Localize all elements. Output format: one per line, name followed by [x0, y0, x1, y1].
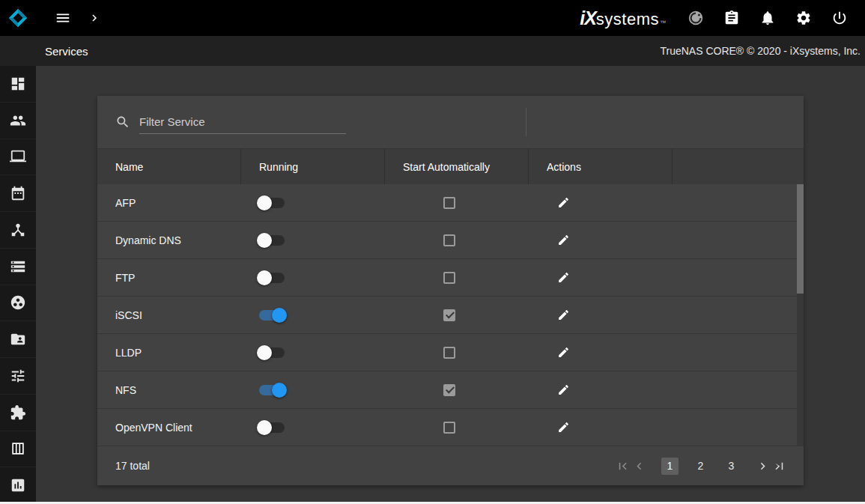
sidebar: [0, 66, 36, 504]
sidebar-item-network[interactable]: [0, 212, 36, 249]
column-header-filler: [673, 149, 804, 184]
notifications-icon[interactable]: [750, 0, 786, 36]
power-icon[interactable]: [822, 0, 858, 36]
page-number[interactable]: 1: [661, 458, 679, 475]
row-filler-cell: [673, 334, 804, 371]
edit-icon[interactable]: [557, 421, 570, 434]
previous-page-icon[interactable]: [631, 458, 647, 474]
truenas-logo-icon: [7, 7, 29, 29]
network-icon: [10, 222, 26, 238]
actions-cell: [529, 409, 673, 446]
system-icon: [10, 148, 26, 165]
settings-icon[interactable]: [786, 0, 822, 36]
start-auto-checkbox[interactable]: [443, 309, 455, 321]
edit-icon[interactable]: [557, 196, 570, 209]
first-page-icon[interactable]: [614, 458, 631, 474]
truenas-logo[interactable]: [0, 0, 36, 36]
truecommand-icon[interactable]: [678, 0, 714, 36]
storage-icon: [10, 258, 26, 275]
table-row: Dynamic DNS: [97, 222, 804, 259]
sidebar-item-sharing[interactable]: [0, 321, 36, 358]
sidebar-item-jails[interactable]: [0, 431, 36, 468]
table-scrollbar[interactable]: [797, 184, 804, 446]
sidebar-item-dashboard[interactable]: [0, 66, 36, 103]
running-cell: [241, 184, 385, 221]
row-filler-cell: [673, 297, 804, 333]
service-name: OpenVPN Client: [97, 409, 241, 446]
tasks-icon: [10, 185, 26, 201]
edit-icon[interactable]: [557, 383, 570, 396]
filter-service-input[interactable]: [139, 111, 346, 134]
copyright-text: TrueNAS CORE® © 2020 - iXsystems, Inc.: [660, 45, 861, 57]
service-name: LLDP: [97, 334, 241, 371]
edit-icon[interactable]: [557, 309, 570, 321]
ixsystems-logo: iXsystems™: [580, 7, 666, 29]
page-numbers: 123: [655, 458, 747, 475]
running-toggle[interactable]: [259, 347, 285, 358]
page-number[interactable]: 2: [692, 458, 709, 475]
page-number[interactable]: 3: [723, 458, 740, 475]
running-toggle[interactable]: [259, 385, 285, 395]
sidebar-item-tasks[interactable]: [0, 175, 36, 212]
ixsystems-logo-systems: systems: [596, 10, 659, 29]
row-filler-cell: [673, 371, 804, 408]
toggle-knob: [272, 383, 287, 398]
service-rows: AFPDynamic DNSFTPiSCSILLDPNFSOpenVPN Cli…: [97, 184, 804, 446]
column-header-running[interactable]: Running: [241, 149, 385, 184]
sidebar-item-directory-services[interactable]: [0, 285, 36, 322]
edit-icon[interactable]: [557, 234, 570, 246]
sidenav-expand-icon[interactable]: [81, 0, 108, 36]
last-page-icon[interactable]: [771, 458, 787, 474]
menu-icon[interactable]: [45, 0, 81, 36]
table-footer: 17 total 123: [97, 446, 804, 485]
dashboard-icon: [10, 76, 26, 92]
actions-cell: [529, 371, 673, 408]
start-auto-checkbox[interactable]: [443, 197, 455, 209]
sidebar-item-services[interactable]: [0, 358, 36, 395]
sidebar-item-accounts[interactable]: [0, 103, 36, 139]
start-auto-cell: [385, 184, 529, 221]
column-header-actions[interactable]: Actions: [529, 149, 673, 184]
sidebar-item-storage[interactable]: [0, 249, 36, 285]
toggle-knob: [257, 345, 272, 360]
toggle-knob: [272, 308, 287, 323]
running-toggle[interactable]: [259, 198, 285, 208]
running-toggle[interactable]: [259, 422, 285, 433]
breadcrumb-bar: Services TrueNAS CORE® © 2020 - iXsystem…: [0, 36, 865, 66]
running-toggle[interactable]: [259, 235, 285, 246]
scrollbar-thumb[interactable]: [797, 184, 804, 294]
edit-icon[interactable]: [557, 271, 570, 284]
toggle-knob: [257, 195, 272, 210]
start-auto-checkbox[interactable]: [443, 384, 455, 396]
sidebar-item-reporting[interactable]: [0, 467, 36, 504]
start-auto-checkbox[interactable]: [443, 234, 455, 246]
column-header-start-automatically[interactable]: Start Automatically: [385, 149, 529, 184]
start-auto-checkbox[interactable]: [443, 422, 455, 434]
table-row: FTP: [97, 259, 804, 297]
column-header-name[interactable]: Name: [97, 149, 241, 184]
page-title: Services: [45, 45, 88, 58]
sidebar-item-system[interactable]: [0, 139, 36, 176]
table-row: OpenVPN Client: [97, 409, 804, 446]
actions-cell: [529, 184, 673, 221]
edit-icon[interactable]: [557, 346, 570, 359]
row-filler-cell: [673, 184, 804, 221]
directory-services-icon: [10, 294, 26, 311]
running-toggle[interactable]: [259, 310, 285, 321]
table-row: AFP: [97, 184, 804, 222]
sidebar-item-plugins[interactable]: [0, 395, 36, 431]
next-page-icon[interactable]: [754, 458, 771, 474]
toggle-knob: [257, 233, 272, 248]
total-count: 17 total: [115, 460, 150, 472]
service-name: AFP: [97, 184, 241, 221]
task-manager-icon[interactable]: [714, 0, 750, 36]
start-auto-checkbox[interactable]: [443, 347, 455, 359]
running-toggle[interactable]: [259, 273, 285, 283]
start-auto-checkbox[interactable]: [443, 272, 455, 284]
toggle-knob: [257, 270, 272, 285]
main-content: Name Running Start Automatically Actions…: [36, 66, 865, 504]
search-icon: [115, 115, 130, 130]
paginator: 123: [614, 458, 787, 475]
start-auto-cell: [385, 334, 529, 371]
plugins-icon: [10, 404, 26, 421]
